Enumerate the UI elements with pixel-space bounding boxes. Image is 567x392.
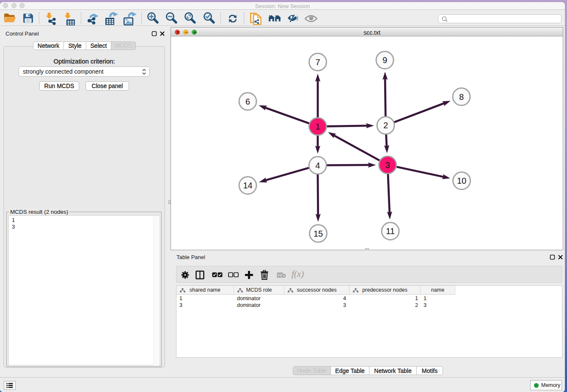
svg-text:2: 2 [383,121,388,130]
svg-text:4: 4 [315,161,320,170]
svg-text:14: 14 [243,181,252,190]
svg-text:15: 15 [314,229,323,238]
svg-text:9: 9 [383,55,387,65]
svg-text:3: 3 [385,160,390,170]
svg-text:11: 11 [386,226,395,236]
svg-text:8: 8 [459,92,464,102]
svg-text:6: 6 [245,97,250,106]
svg-text:10: 10 [457,176,466,185]
svg-text:1: 1 [315,122,320,131]
svg-text:7: 7 [315,58,320,67]
